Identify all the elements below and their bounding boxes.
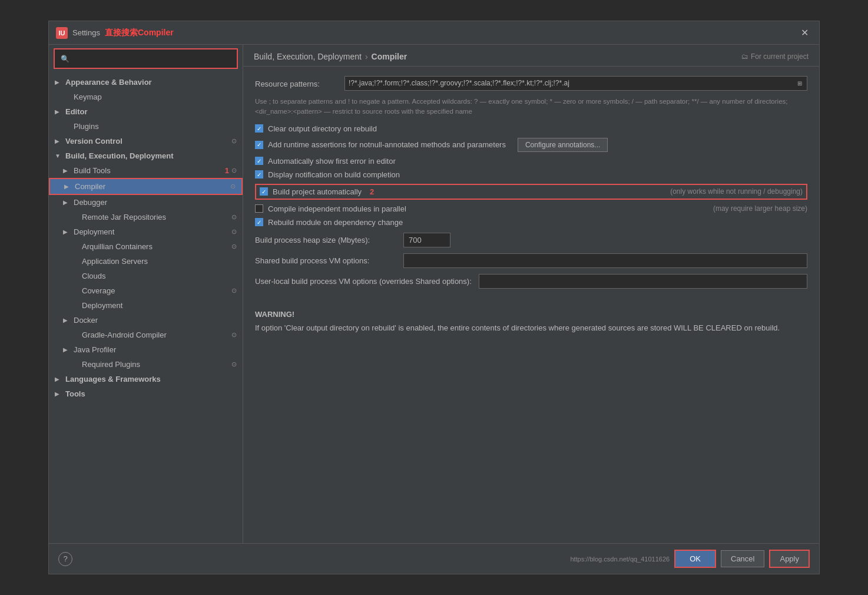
sidebar-item-label: Build Tools xyxy=(74,166,219,175)
checkbox-row-parallel: Compile independent modules in parallel … xyxy=(255,204,807,213)
main-content: 🔍 ▶ Appearance & Behavior Keymap ▶ xyxy=(49,45,819,543)
sidebar-item-label: Arquillian Containers xyxy=(82,242,229,251)
breadcrumb-current: Compiler xyxy=(372,52,408,61)
apply-button[interactable]: Apply xyxy=(769,550,810,568)
sidebar-item-label: Plugins xyxy=(74,122,237,131)
sidebar-tree: ▶ Appearance & Behavior Keymap ▶ Editor … xyxy=(49,72,243,543)
footer-right: https://blog.csdn.net/qq_41011626 OK Can… xyxy=(570,550,810,568)
project-icon: 🗂 xyxy=(741,52,748,61)
sidebar-item-label: Editor xyxy=(65,107,237,116)
sidebar-item-keymap[interactable]: Keymap xyxy=(49,90,243,104)
sidebar-item-label: Keymap xyxy=(74,92,237,101)
sidebar-item-label: Java Profiler xyxy=(74,345,237,354)
dialog-title: Settings xyxy=(72,28,100,37)
checkbox-runtime[interactable] xyxy=(255,141,263,149)
warning-section: WARNING! If option 'Clear output directo… xyxy=(255,300,807,334)
arrow-icon: ▼ xyxy=(55,153,63,159)
sidebar-item-arquillian[interactable]: Arquillian Containers ⊙ xyxy=(49,239,243,254)
sidebar-item-tools[interactable]: ▶ Tools xyxy=(49,386,243,401)
sidebar-item-clouds[interactable]: Clouds xyxy=(49,269,243,283)
sidebar-item-languages[interactable]: ▶ Languages & Frameworks xyxy=(49,372,243,386)
checkbox-parallel[interactable] xyxy=(255,204,263,213)
sidebar-item-app-servers[interactable]: Application Servers xyxy=(49,254,243,269)
expand-icon[interactable]: ⊞ xyxy=(796,79,803,88)
resource-patterns-value: !?*.java;!?*.form;!?*.class;!?*.groovy;!… xyxy=(349,79,796,87)
arrow-icon: ▶ xyxy=(55,138,63,144)
footer-url: https://blog.csdn.net/qq_41011626 xyxy=(570,556,670,563)
sidebar-item-remote-jar[interactable]: Remote Jar Repositories ⊙ xyxy=(49,210,243,224)
sidebar-item-label: Deployment xyxy=(82,301,237,310)
footer-left: ? xyxy=(58,552,72,566)
sidebar-item-label: Clouds xyxy=(82,272,237,280)
sidebar-item-build-tools[interactable]: ▶ Build Tools 1 ⊙ xyxy=(49,163,243,178)
sidebar-item-label: Appearance & Behavior xyxy=(65,78,237,87)
checkbox-auto-error[interactable] xyxy=(255,157,263,165)
arrow-icon: ▶ xyxy=(63,229,71,235)
sidebar-item-label: Coverage xyxy=(82,286,229,295)
close-button[interactable]: ✕ xyxy=(797,26,812,39)
ok-button[interactable]: OK xyxy=(674,550,716,568)
checkbox-label-build-auto: Build project automatically xyxy=(273,187,362,196)
sidebar-item-required-plugins[interactable]: Required Plugins ⊙ xyxy=(49,357,243,372)
badge-1: 1 xyxy=(225,166,229,175)
checkbox-notif[interactable] xyxy=(255,170,263,178)
checkbox-build-auto[interactable] xyxy=(260,187,268,196)
sidebar-item-deployment-expand[interactable]: ▶ Deployment ⊙ xyxy=(49,224,243,239)
sidebar-item-plugins[interactable]: Plugins xyxy=(49,119,243,134)
sidebar-item-label: Compiler xyxy=(75,182,228,191)
shared-vm-input[interactable] xyxy=(403,253,807,268)
resource-patterns-input[interactable]: !?*.java;!?*.form;!?*.class;!?*.groovy;!… xyxy=(344,76,807,91)
sidebar-item-compiler[interactable]: ▶ Compiler ⊙ xyxy=(49,178,243,195)
user-local-vm-input[interactable] xyxy=(479,274,807,289)
arrow-icon: ▶ xyxy=(64,183,72,190)
resource-patterns-label: Resource patterns: xyxy=(255,76,337,88)
resource-patterns-row: Resource patterns: !?*.java;!?*.form;!?*… xyxy=(255,76,807,91)
sidebar-item-coverage[interactable]: Coverage ⊙ xyxy=(49,283,243,298)
sidebar-item-gradle-android[interactable]: Gradle-Android Compiler ⊙ xyxy=(49,328,243,342)
sidebar: 🔍 ▶ Appearance & Behavior Keymap ▶ xyxy=(49,45,243,543)
sidebar-item-version-control[interactable]: ▶ Version Control ⊙ xyxy=(49,134,243,148)
right-panel: Build, Execution, Deployment › Compiler … xyxy=(243,45,819,543)
ok-label: OK xyxy=(690,554,701,563)
resource-patterns-hint: Use ; to separate patterns and ! to nega… xyxy=(255,97,807,117)
copy-icon: ⊙ xyxy=(230,183,236,190)
sidebar-item-build-exec-deploy[interactable]: ▼ Build, Execution, Deployment xyxy=(49,148,243,163)
copy-icon: ⊙ xyxy=(231,243,237,250)
sidebar-item-appearance[interactable]: ▶ Appearance & Behavior xyxy=(49,75,243,90)
sidebar-item-debugger[interactable]: ▶ Debugger xyxy=(49,195,243,210)
checkbox-label-rebuild: Rebuild module on dependency change xyxy=(268,218,403,227)
arrow-icon: ▶ xyxy=(55,376,63,382)
checkbox-row-clear-output: Clear output directory on rebuild xyxy=(255,124,807,133)
arrow-icon: ▶ xyxy=(55,108,63,115)
arrow-icon: ▶ xyxy=(63,199,71,206)
user-local-vm-label: User-local build process VM options (ove… xyxy=(255,277,472,286)
sidebar-item-editor[interactable]: ▶ Editor xyxy=(49,104,243,119)
heap-size-input[interactable] xyxy=(403,233,450,247)
sidebar-item-label: Debugger xyxy=(74,198,237,207)
checkbox-rebuild[interactable] xyxy=(255,218,263,226)
copy-icon: ⊙ xyxy=(231,137,237,145)
app-icon: IU xyxy=(56,27,68,39)
checkbox-label-auto-error: Automatically show first error in editor xyxy=(268,157,396,166)
heap-size-label: Build process heap size (Mbytes): xyxy=(255,236,396,244)
dialog-footer: ? https://blog.csdn.net/qq_41011626 OK C… xyxy=(49,543,819,574)
breadcrumb-separator: › xyxy=(365,52,368,61)
for-current-project: 🗂 For current project xyxy=(741,52,809,61)
sidebar-item-label: Remote Jar Repositories xyxy=(82,213,229,222)
search-input[interactable] xyxy=(72,54,231,63)
checkbox-clear-output[interactable] xyxy=(255,124,263,133)
badge-2: 2 xyxy=(370,187,374,196)
title-bar: IU Settings 直接搜索Compiler ✕ xyxy=(49,21,819,45)
search-box-container[interactable]: 🔍 xyxy=(54,48,238,69)
panel-header: Build, Execution, Deployment › Compiler … xyxy=(243,45,819,67)
checkbox-row-build-auto: Build project automatically 2 (only work… xyxy=(255,184,807,200)
title-bar-left: IU Settings 直接搜索Compiler xyxy=(56,27,174,39)
checkbox-label-parallel: Compile independent modules in parallel xyxy=(268,204,406,213)
cancel-button[interactable]: Cancel xyxy=(721,550,764,567)
heap-size-row: Build process heap size (Mbytes): xyxy=(255,233,807,247)
help-button[interactable]: ? xyxy=(58,552,72,566)
sidebar-item-docker[interactable]: ▶ Docker xyxy=(49,313,243,328)
sidebar-item-java-profiler[interactable]: ▶ Java Profiler xyxy=(49,342,243,357)
sidebar-item-deployment2[interactable]: Deployment xyxy=(49,298,243,313)
configure-annotations-button[interactable]: Configure annotations... xyxy=(518,138,608,152)
